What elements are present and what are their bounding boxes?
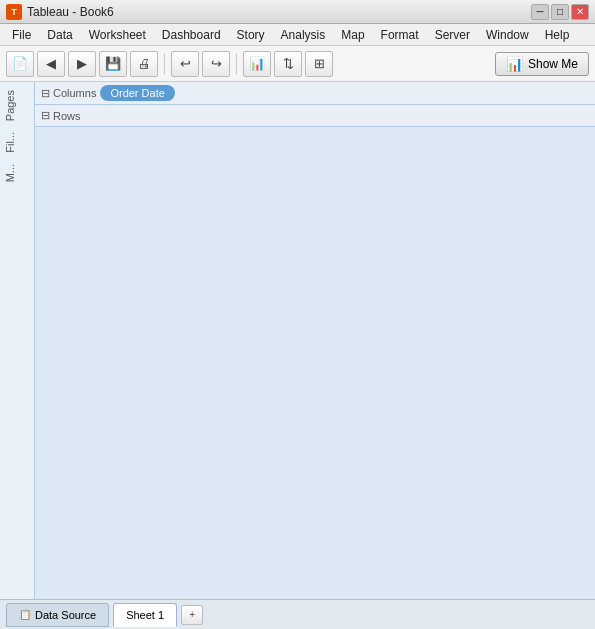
add-sheet-button[interactable]: + (181, 605, 203, 625)
sep2 (236, 53, 237, 75)
menu-worksheet[interactable]: Worksheet (81, 26, 154, 44)
close-button[interactable]: ✕ (571, 4, 589, 20)
rows-label: ⊟ Rows (41, 109, 81, 122)
menu-format[interactable]: Format (373, 26, 427, 44)
menu-server[interactable]: Server (427, 26, 478, 44)
menu-story[interactable]: Story (229, 26, 273, 44)
toolbar: 📄 ◀ ▶ 💾 🖨 ↩ ↪ 📊 ⇅ ⊞ 📊 Show Me (0, 46, 595, 82)
group-button[interactable]: ⊞ (305, 51, 333, 77)
title-bar: T Tableau - Book6 ─ □ ✕ (0, 0, 595, 24)
undo-button[interactable]: ↩ (171, 51, 199, 77)
show-me-label: Show Me (528, 57, 578, 71)
window-controls[interactable]: ─ □ ✕ (531, 4, 589, 20)
menu-help[interactable]: Help (537, 26, 578, 44)
data-source-icon: 📋 (19, 609, 31, 620)
tab-data-source[interactable]: 📋 Data Source (6, 603, 109, 627)
sheet1-label: Sheet 1 (126, 609, 164, 621)
print-button[interactable]: 🖨 (130, 51, 158, 77)
sort-button[interactable]: ⇅ (274, 51, 302, 77)
window-title: Tableau - Book6 (27, 5, 114, 19)
menu-bar: File Data Worksheet Dashboard Story Anal… (0, 24, 595, 46)
marks-label: M... (2, 160, 32, 186)
app-icon: T (6, 4, 22, 20)
tab-sheet1[interactable]: Sheet 1 (113, 603, 177, 627)
data-button[interactable]: 📊 (243, 51, 271, 77)
maximize-button[interactable]: □ (551, 4, 569, 20)
pages-label: Pages (2, 86, 32, 125)
show-me-button[interactable]: 📊 Show Me (495, 52, 589, 76)
menu-data[interactable]: Data (39, 26, 80, 44)
sidebar: Pages Fil... M... (0, 82, 35, 599)
chart-icon: 📊 (506, 56, 523, 72)
columns-shelf: ⊟ Columns Order Date (35, 82, 595, 105)
content-area: ⊟ Columns Order Date ⊟ Rows (35, 82, 595, 599)
menu-analysis[interactable]: Analysis (273, 26, 334, 44)
main-area: Pages Fil... M... ⊟ Columns Order Date ⊟… (0, 82, 595, 599)
new-button[interactable]: 📄 (6, 51, 34, 77)
data-source-label: Data Source (35, 609, 96, 621)
columns-label: ⊟ Columns (41, 87, 96, 100)
minimize-button[interactable]: ─ (531, 4, 549, 20)
save-button[interactable]: 💾 (99, 51, 127, 77)
menu-file[interactable]: File (4, 26, 39, 44)
order-date-pill[interactable]: Order Date (100, 85, 174, 101)
menu-window[interactable]: Window (478, 26, 537, 44)
rows-shelf: ⊟ Rows (35, 105, 595, 127)
redo-button[interactable]: ↪ (202, 51, 230, 77)
forward-button[interactable]: ▶ (68, 51, 96, 77)
menu-map[interactable]: Map (333, 26, 372, 44)
back-button[interactable]: ◀ (37, 51, 65, 77)
filter-label: Fil... (2, 128, 32, 157)
columns-icon: ⊟ (41, 87, 50, 100)
sep1 (164, 53, 165, 75)
menu-dashboard[interactable]: Dashboard (154, 26, 229, 44)
rows-icon: ⊟ (41, 109, 50, 122)
bottom-bar: 📋 Data Source Sheet 1 + (0, 599, 595, 629)
